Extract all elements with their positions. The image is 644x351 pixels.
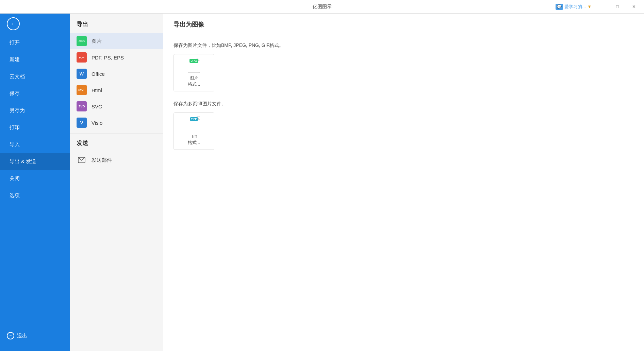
mid-item-svg[interactable]: SVG SVG — [70, 98, 163, 115]
sidebar-item-cloud[interactable]: 云文档 — [0, 68, 70, 85]
send-section-title: 发送 — [70, 134, 163, 152]
sidebar-item-options[interactable]: 选项 — [0, 187, 70, 204]
back-circle-icon: ← — [7, 17, 20, 30]
export-section-title: 导出 — [70, 20, 163, 33]
image-description: 保存为图片文件，比如BMP, JPEG, PNG, GIF格式。 — [174, 42, 634, 49]
helper-text: 爱学习的... — [564, 4, 586, 10]
sidebar-item-export[interactable]: 导出 & 发送 — [0, 153, 70, 170]
back-button[interactable]: ← — [0, 14, 70, 34]
mid-item-office[interactable]: W Office — [70, 66, 163, 82]
tiff-card-icon: TIFF — [187, 117, 201, 131]
content-area: 导出为图像 保存为图片文件，比如BMP, JPEG, PNG, GIF格式。 J… — [163, 14, 644, 351]
maximize-button[interactable]: □ — [611, 2, 624, 12]
sidebar-item-saveas[interactable]: 另存为 — [0, 102, 70, 119]
format-cards-image: JPG 图片格式... — [174, 54, 634, 91]
sidebar-item-save[interactable]: 保存 — [0, 85, 70, 102]
mid-panel: 导出 JPG 图片 PDF PDF, PS, EPS W Office HTML… — [70, 14, 163, 351]
content-body: 保存为图片文件，比如BMP, JPEG, PNG, GIF格式。 JPG 图片格… — [163, 34, 644, 351]
email-icon — [77, 155, 87, 165]
svg-icon: SVG — [77, 101, 87, 111]
html-icon: HTML — [77, 85, 87, 95]
format-cards-tiff: TIFF Tiff格式... — [174, 112, 634, 150]
mid-item-email[interactable]: 发送邮件 — [70, 152, 163, 168]
pdf-icon: PDF — [77, 52, 87, 63]
helper-dropdown-icon: ▼ — [587, 4, 592, 9]
sidebar-item-new[interactable]: 新建 — [0, 51, 70, 68]
sidebar-exit[interactable]: － 退出 — [0, 327, 70, 344]
mid-item-pdf[interactable]: PDF PDF, PS, EPS — [70, 49, 163, 66]
close-button[interactable]: ✕ — [627, 2, 641, 12]
tiff-description: 保存为多页tiff图片文件。 — [174, 101, 634, 107]
visio-icon: V — [77, 118, 87, 128]
sidebar: ← 打开 新建 云文档 保存 另存为 打印 导入 导出 & 发送 关闭 选项 — [0, 14, 70, 351]
format-card-jpg[interactable]: JPG 图片格式... — [174, 54, 214, 91]
sidebar-bottom: － 退出 — [0, 327, 70, 351]
sidebar-item-open[interactable]: 打开 — [0, 34, 70, 51]
office-icon: W — [77, 69, 87, 79]
mid-item-visio[interactable]: V Visio — [70, 115, 163, 131]
helper-link[interactable]: 💬 爱学习的... ▼ — [556, 4, 592, 10]
mid-item-html[interactable]: HTML Html — [70, 82, 163, 98]
app-title: 亿图图示 — [313, 4, 332, 10]
sidebar-item-import[interactable]: 导入 — [0, 136, 70, 153]
sidebar-item-close[interactable]: 关闭 — [0, 170, 70, 187]
exit-icon: － — [7, 332, 14, 339]
chat-icon: 💬 — [556, 4, 563, 10]
content-header: 导出为图像 — [163, 14, 644, 34]
sidebar-item-print[interactable]: 打印 — [0, 119, 70, 136]
main-layout: ← 打开 新建 云文档 保存 另存为 打印 导入 导出 & 发送 关闭 选项 — [0, 14, 644, 351]
jpg-card-icon: JPG — [187, 58, 201, 72]
mid-item-image[interactable]: JPG 图片 — [70, 33, 163, 49]
format-card-tiff[interactable]: TIFF Tiff格式... — [174, 112, 214, 150]
tiff-card-label: Tiff格式... — [188, 134, 200, 146]
jpg-card-label: 图片格式... — [188, 75, 200, 87]
jpg-icon: JPG — [77, 36, 87, 46]
minimize-button[interactable]: — — [594, 2, 608, 12]
title-bar: 亿图图示 💬 爱学习的... ▼ — □ ✕ — [0, 0, 644, 14]
title-bar-right: 💬 爱学习的... ▼ — □ ✕ — [556, 2, 641, 12]
